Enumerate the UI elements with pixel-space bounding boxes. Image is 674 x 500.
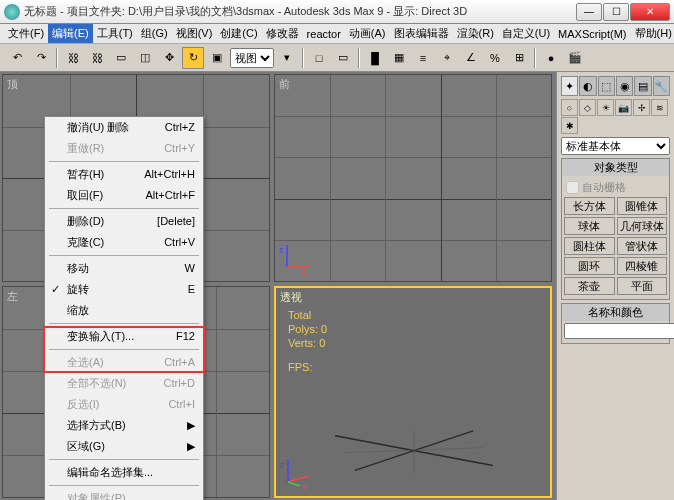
axis-gizmo: zx xyxy=(284,456,314,488)
menu-item: 全选(A)Ctrl+A xyxy=(45,352,203,373)
menu-item: 全部不选(N)Ctrl+D xyxy=(45,373,203,394)
rotate-icon[interactable]: ↻ xyxy=(182,47,204,69)
menu-item[interactable]: ✓旋转E xyxy=(45,279,203,300)
array-icon[interactable]: ▦ xyxy=(388,47,410,69)
object-type-group: 对象类型 自动栅格 长方体圆锥体球体几何球体圆柱体管状体圆环四棱锥茶壶平面 xyxy=(561,158,670,300)
spacewarps-icon[interactable]: ≋ xyxy=(651,99,668,116)
category-icons: ○ ◇ ☀ 📷 ✢ ≋ ✱ xyxy=(561,99,670,134)
select-icon[interactable]: ▭ xyxy=(110,47,132,69)
menu-item[interactable]: 取回(F)Alt+Ctrl+F xyxy=(45,185,203,206)
lights-icon[interactable]: ☀ xyxy=(597,99,614,116)
helpers-icon[interactable]: ✢ xyxy=(633,99,650,116)
group-title: 名称和颜色 xyxy=(562,304,669,321)
menu-item[interactable]: 编辑命名选择集... xyxy=(45,462,203,483)
command-panel: ✦ ◐ ⬚ ◉ ▤ 🔧 ○ ◇ ☀ 📷 ✢ ≋ ✱ 标准基本体 对象类型 自动栅… xyxy=(556,72,674,500)
utilities-tab[interactable]: 🔧 xyxy=(653,76,670,96)
viewports: 顶 前 zx 左 透视 xyxy=(0,72,556,500)
menu-item[interactable]: 暂存(H)Alt+Ctrl+H xyxy=(45,164,203,185)
viewport-perspective[interactable]: 透视 Total Polys: 0 Verts: 0 FPS: zx xyxy=(274,286,552,498)
snap-icon[interactable]: ⌖ xyxy=(436,47,458,69)
main-toolbar: ↶ ↷ ⛓ ⛓ ▭ ◫ ✥ ↻ ▣ 视图 ▾ □ ▭ ▐▌ ▦ ≡ ⌖ ∠ % … xyxy=(0,44,674,72)
ref-icon[interactable]: □ xyxy=(308,47,330,69)
select2-icon[interactable]: ◫ xyxy=(134,47,156,69)
menu-10[interactable]: 渲染(R) xyxy=(453,24,498,43)
menubar: 文件(F)编辑(E)工具(T)组(G)视图(V)创建(C)修改器reactor动… xyxy=(0,24,674,44)
viewport-stats: Total Polys: 0 Verts: 0 FPS: xyxy=(288,308,327,374)
menu-13[interactable]: 帮助(H) xyxy=(631,24,674,43)
panel-tabs: ✦ ◐ ⬚ ◉ ▤ 🔧 xyxy=(561,76,670,96)
menu-item: 对象属性(P)... xyxy=(45,488,203,500)
menu-8[interactable]: 动画(A) xyxy=(345,24,390,43)
menu-item[interactable]: 变换输入(T)...F12 xyxy=(45,326,203,347)
menu-item[interactable]: 撤消(U) 删除Ctrl+Z xyxy=(45,117,203,138)
hierarchy-tab[interactable]: ⬚ xyxy=(598,76,615,96)
mirror-icon[interactable]: ▐▌ xyxy=(364,47,386,69)
primitive-button[interactable]: 圆柱体 xyxy=(564,237,615,255)
primitive-button[interactable]: 球体 xyxy=(564,217,615,235)
undo-icon[interactable]: ↶ xyxy=(6,47,28,69)
primitive-button[interactable]: 几何球体 xyxy=(617,217,668,235)
move-icon[interactable]: ✥ xyxy=(158,47,180,69)
primitive-button[interactable]: 圆环 xyxy=(564,257,615,275)
redo-icon[interactable]: ↷ xyxy=(30,47,52,69)
modify-tab[interactable]: ◐ xyxy=(579,76,596,96)
subcategory-select[interactable]: 标准基本体 xyxy=(561,137,670,155)
menu-item[interactable]: 删除(D)[Delete] xyxy=(45,211,203,232)
menu-item: 重做(R)Ctrl+Y xyxy=(45,138,203,159)
menu-item[interactable]: 缩放 xyxy=(45,300,203,321)
render-icon[interactable]: 🎬 xyxy=(564,47,586,69)
align-icon[interactable]: ≡ xyxy=(412,47,434,69)
menu-9[interactable]: 图表编辑器 xyxy=(390,24,453,43)
primitive-button[interactable]: 茶壶 xyxy=(564,277,615,295)
titlebar: 无标题 - 项目文件夹: D:\用户目录\我的文档\3dsmax - Autod… xyxy=(0,0,674,24)
menu-4[interactable]: 视图(V) xyxy=(172,24,217,43)
link-icon[interactable]: ⛓ xyxy=(62,47,84,69)
viewport-front[interactable]: 前 zx xyxy=(274,74,552,282)
mat-icon[interactable]: ● xyxy=(540,47,562,69)
menu-7[interactable]: reactor xyxy=(303,26,345,42)
edit-menu-dropdown: 撤消(U) 删除Ctrl+Z重做(R)Ctrl+Y暂存(H)Alt+Ctrl+H… xyxy=(44,116,204,500)
app-icon xyxy=(4,4,20,20)
snap4-icon[interactable]: ⊞ xyxy=(508,47,530,69)
minimize-button[interactable]: — xyxy=(576,3,602,21)
primitive-button[interactable]: 圆锥体 xyxy=(617,197,668,215)
snap2-icon[interactable]: ∠ xyxy=(460,47,482,69)
primitive-button[interactable]: 四棱锥 xyxy=(617,257,668,275)
menu-11[interactable]: 自定义(U) xyxy=(498,24,554,43)
menu-item[interactable]: 克隆(C)Ctrl+V xyxy=(45,232,203,253)
autogrid-check[interactable]: 自动栅格 xyxy=(564,178,667,197)
scale-icon[interactable]: ▣ xyxy=(206,47,228,69)
coord-select[interactable]: 视图 xyxy=(230,48,274,68)
display-tab[interactable]: ▤ xyxy=(634,76,651,96)
close-button[interactable]: ✕ xyxy=(630,3,670,21)
cameras-icon[interactable]: 📷 xyxy=(615,99,632,116)
menu-2[interactable]: 工具(T) xyxy=(93,24,137,43)
menu-6[interactable]: 修改器 xyxy=(262,24,303,43)
menu-5[interactable]: 创建(C) xyxy=(216,24,261,43)
snap3-icon[interactable]: % xyxy=(484,47,506,69)
name-color-group: 名称和颜色 xyxy=(561,303,670,344)
menu-12[interactable]: MAXScript(M) xyxy=(554,26,630,42)
menu-item[interactable]: 移动W xyxy=(45,258,203,279)
center-icon[interactable]: ▾ xyxy=(276,47,298,69)
primitive-button[interactable]: 长方体 xyxy=(564,197,615,215)
shapes-icon[interactable]: ◇ xyxy=(579,99,596,116)
menu-1[interactable]: 编辑(E) xyxy=(48,24,93,43)
menu-item[interactable]: 区域(G)▶ xyxy=(45,436,203,457)
axis-gizmo: zx xyxy=(283,241,313,273)
svg-line-8 xyxy=(288,482,300,486)
motion-tab[interactable]: ◉ xyxy=(616,76,633,96)
menu-3[interactable]: 组(G) xyxy=(137,24,172,43)
main-area: 顶 前 zx 左 透视 xyxy=(0,72,674,500)
unlink-icon[interactable]: ⛓ xyxy=(86,47,108,69)
create-tab[interactable]: ✦ xyxy=(561,76,578,96)
maximize-button[interactable]: ☐ xyxy=(603,3,629,21)
name-input[interactable] xyxy=(564,323,674,339)
systems-icon[interactable]: ✱ xyxy=(561,117,578,134)
named-icon[interactable]: ▭ xyxy=(332,47,354,69)
primitive-button[interactable]: 管状体 xyxy=(617,237,668,255)
primitive-button[interactable]: 平面 xyxy=(617,277,668,295)
geometry-icon[interactable]: ○ xyxy=(561,99,578,116)
menu-item[interactable]: 选择方式(B)▶ xyxy=(45,415,203,436)
menu-0[interactable]: 文件(F) xyxy=(4,24,48,43)
